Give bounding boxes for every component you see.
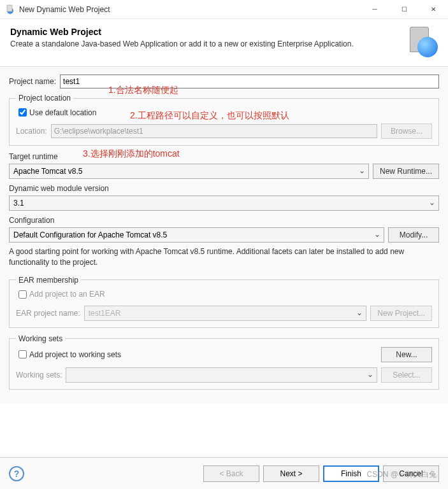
add-ear-input[interactable] [18,290,27,299]
ear-name-select: test1EAR [84,306,367,321]
browse-button: Browse... [381,124,432,139]
window-title: New Dynamic Web Project [19,5,360,14]
wizard-footer: ? < Back Next > Finish Cancel [0,457,448,489]
working-sets-label: Working sets: [16,371,62,379]
project-name-label: Project name: [9,77,56,86]
configuration-description: A good starting point for working with A… [9,246,439,268]
target-runtime-select-wrap[interactable]: Apache Tomcat v8.5 [9,164,369,179]
ear-membership-group: EAR membership Add project to an EAR EAR… [9,276,439,328]
ear-name-select-wrap: test1EAR [84,306,367,321]
maximize-button[interactable]: ☐ [389,0,419,19]
minimize-button[interactable]: ─ [360,0,389,19]
page-description: Create a standalone Java-based Web Appli… [10,39,401,48]
project-location-legend: Project location [16,94,73,103]
configuration-select[interactable]: Default Configuration for Apache Tomcat … [9,227,384,243]
back-button: < Back [203,465,259,482]
working-sets-select [66,367,377,383]
location-label: Location: [16,127,47,136]
window-controls: ─ ☐ ✕ [360,0,448,19]
working-sets-group: Working sets Add project to working sets… [9,334,439,390]
wizard-content: Project name: Project location Use defau… [0,67,448,404]
configuration-select-wrap[interactable]: Default Configuration for Apache Tomcat … [9,227,384,243]
web-module-select-wrap[interactable]: 3.1 [9,195,439,211]
project-name-row: Project name: [9,74,439,89]
new-runtime-button[interactable]: New Runtime... [373,164,439,179]
project-location-group: Project location Use default location Lo… [9,94,439,146]
working-sets-legend: Working sets [16,334,65,343]
add-ear-checkbox[interactable]: Add project to an EAR [16,288,432,301]
web-module-label: Dynamic web module version [9,184,439,193]
cancel-button[interactable]: Cancel [383,465,439,482]
ear-legend: EAR membership [16,276,81,285]
location-input [51,124,377,138]
new-working-set-button[interactable]: New... [381,347,432,362]
next-button[interactable]: Next > [263,465,319,482]
app-icon [5,4,15,15]
select-working-set-button: Select... [381,367,432,383]
new-ear-project-button: New Project... [370,306,432,321]
target-runtime-select[interactable]: Apache Tomcat v8.5 [9,164,369,179]
add-working-sets-input[interactable] [18,350,27,358]
wizard-header: Dynamic Web Project Create a standalone … [0,19,448,67]
page-title: Dynamic Web Project [10,27,401,37]
ear-name-label: EAR project name: [16,309,80,318]
help-button[interactable]: ? [9,466,24,481]
target-runtime-label: Target runtime [9,152,439,161]
modify-button[interactable]: Modify... [388,227,439,243]
web-module-select[interactable]: 3.1 [9,195,439,211]
titlebar: New Dynamic Web Project ─ ☐ ✕ [0,0,448,19]
project-name-input[interactable] [60,74,439,89]
finish-button[interactable]: Finish [323,465,379,482]
use-default-location-checkbox[interactable]: Use default location [16,106,432,118]
configuration-label: Configuration [9,216,439,225]
add-working-sets-checkbox[interactable]: Add project to working sets [16,348,377,360]
working-sets-select-wrap [66,367,377,383]
use-default-location-input[interactable] [18,108,27,117]
svg-rect-1 [7,5,12,11]
wizard-icon [407,27,438,57]
close-button[interactable]: ✕ [419,0,448,19]
